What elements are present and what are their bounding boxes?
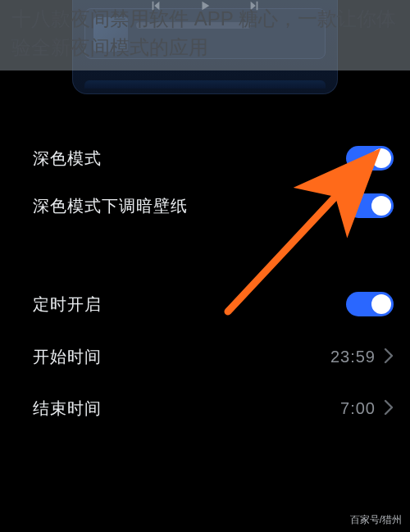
preview-bottom-strip (84, 80, 326, 89)
row-dark-mode[interactable]: 深色模式 (33, 131, 400, 185)
dark-mode-label: 深色模式 (33, 148, 102, 170)
row-dim-wallpaper[interactable]: 深色模式下调暗壁纸 (33, 185, 400, 233)
toggle-knob (371, 294, 391, 314)
start-time-value: 23:59 (330, 348, 376, 366)
dim-wallpaper-label: 深色模式下调暗壁纸 (33, 195, 188, 217)
toggle-knob (371, 196, 391, 216)
toggle-knob (371, 148, 391, 168)
end-time-value-cell[interactable]: 7:00 (340, 399, 394, 419)
end-time-value: 7:00 (340, 399, 376, 418)
group-divider (33, 233, 400, 277)
article-title-text: 十八款夜间禁用软件 APP 糖心，一款让你体验全新夜间模式的应用 (11, 7, 396, 58)
dim-wallpaper-toggle[interactable] (346, 193, 394, 218)
page-root: 十八款夜间禁用软件 APP 糖心，一款让你体验全新夜间模式的应用 深色模式 深色… (0, 0, 410, 532)
settings-list: 深色模式 深色模式下调暗壁纸 定时开启 开始时间 23:59 结束时间 7:00 (33, 131, 400, 434)
row-scheduled[interactable]: 定时开启 (33, 277, 400, 331)
row-end-time[interactable]: 结束时间 7:00 (33, 383, 400, 434)
article-title-overlay: 十八款夜间禁用软件 APP 糖心，一款让你体验全新夜间模式的应用 (0, 0, 410, 70)
scheduled-label: 定时开启 (33, 293, 102, 316)
attribution-text: 百家号/猎州 (350, 514, 402, 525)
scheduled-toggle[interactable] (346, 292, 394, 316)
chevron-right-icon (384, 399, 394, 419)
start-time-value-cell[interactable]: 23:59 (330, 348, 394, 367)
source-attribution: 百家号/猎州 (350, 513, 402, 527)
chevron-right-icon (384, 348, 394, 367)
dark-mode-toggle[interactable] (346, 146, 394, 171)
start-time-label: 开始时间 (33, 346, 102, 368)
row-start-time[interactable]: 开始时间 23:59 (33, 331, 400, 383)
end-time-label: 结束时间 (33, 398, 102, 420)
